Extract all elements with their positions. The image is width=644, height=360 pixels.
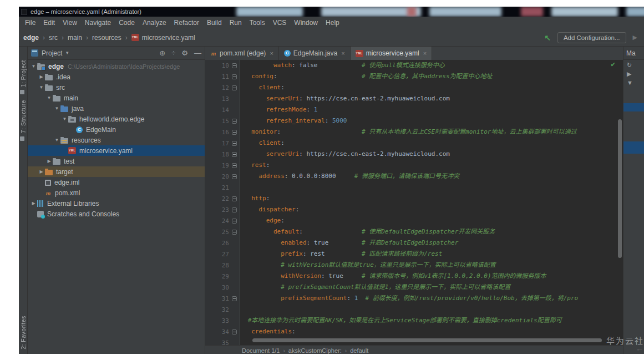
menu-item-window[interactable]: Window [290,17,322,29]
tab-pom.xmledge[interactable]: mpom.xml (edge)× [205,47,279,60]
tree-row[interactable]: ▶.idea [28,72,205,82]
close-icon[interactable]: × [423,50,427,57]
collapse-arrow-icon[interactable]: ▼ [61,116,68,121]
code-line[interactable]: 18 serverUri: https://cse.cn-east-2.myhu… [205,149,623,160]
fold-marker[interactable] [232,196,237,201]
fold-marker[interactable] [232,230,237,235]
menu-item-help[interactable]: Help [322,17,343,29]
code-editor[interactable]: 10 watch: false # 使用pull模式连接服务中心11 confi… [205,60,623,345]
breadcrumb-item[interactable]: edge [23,34,39,42]
yaml-breadcrumb-item[interactable]: default [350,347,368,354]
fold-marker[interactable] [232,152,237,157]
fold-marker[interactable] [232,119,237,124]
fold-marker[interactable] [232,207,237,212]
build-hammer-icon[interactable]: ↖ [544,33,551,42]
code-line[interactable]: 16 monitor: # 只有从本地接入云上CSE时需要配置monitor地址… [205,126,623,138]
menu-item-analyze[interactable]: Analyze [139,17,170,29]
code-line[interactable]: 27 prefix: rest # 匹配请求路径前缀为/rest [205,249,623,260]
horizontal-scrollbar[interactable] [252,338,602,342]
fold-marker[interactable] [232,174,237,179]
collapse-all-icon[interactable]: ÷ [171,49,175,57]
code-line[interactable]: 21 [205,182,623,193]
tree-row[interactable]: ▶target [28,166,205,177]
collapse-arrow-icon[interactable]: ▼ [30,64,37,69]
code-line[interactable]: 10 watch: false # 使用pull模式连接服务中心 [205,60,623,71]
fold-marker[interactable] [232,74,237,79]
tree-row[interactable]: YMLmicroservice.yaml [28,145,205,156]
fold-marker[interactable] [232,130,237,135]
tab-microservice.yaml[interactable]: YMLmicroservice.yaml× [351,47,432,60]
run-icon[interactable]: ▶ [623,69,644,78]
code-line[interactable]: 33 #本地连接华为云时需要配置AK/SK，如果是在云上ServiceStage… [205,315,623,326]
refresh-icon[interactable]: ↻ [623,60,644,69]
code-line[interactable]: 28 # withVersion默认值就是true，这里只是展示一下，实际上可以… [205,260,623,271]
locate-icon[interactable]: ⊕ [159,49,165,57]
code-line[interactable]: 32 [205,304,623,315]
code-line[interactable]: 31 prefixSegmentCount: 1 # 前缀长度，例如/rest/… [205,293,623,304]
expand-arrow-icon[interactable]: ▶ [38,169,45,174]
code-line[interactable]: 34 credentials: [205,326,623,337]
run-icon[interactable]: ▶ [633,34,637,41]
expand-arrow-icon[interactable]: ▶ [30,201,37,206]
menu-item-view[interactable]: View [59,17,81,29]
code-line[interactable]: 22 http: [205,193,623,204]
breadcrumb-item[interactable]: YMLmicroservice.yaml [131,34,195,42]
code-line[interactable]: 12 client: [205,82,623,93]
tree-row[interactable]: ▶External Libraries [28,198,205,209]
add-configuration-button[interactable]: Add Configuration... [557,32,626,43]
maven-selected-item[interactable] [623,103,644,111]
menu-item-edit[interactable]: Edit [39,17,59,29]
close-icon[interactable]: × [270,50,273,57]
menu-item-tools[interactable]: Tools [246,17,269,29]
tree-row[interactable]: ▼java [28,103,205,114]
yaml-breadcrumb-item[interactable]: Document 1/1 [242,347,280,354]
tool-button-favorites[interactable]: 2: Favorites [20,316,27,349]
code-line[interactable]: 17 client: [205,138,623,149]
tree-row[interactable]: edge.iml [28,177,205,187]
tree-row[interactable]: CEdgeMain [28,124,205,135]
fold-marker[interactable] [232,141,237,146]
tool-button-structure[interactable]: 7: Structure [20,100,27,133]
collapse-arrow-icon[interactable]: ▼ [53,106,60,111]
breadcrumb-item[interactable]: src [49,34,58,42]
menu-item-refactor[interactable]: Refactor [170,17,203,29]
tree-row[interactable]: ▼helloworld.demo.edge [28,114,205,124]
tree-row[interactable]: ▼resources [28,135,205,145]
tree-row[interactable]: ▼main [28,93,205,103]
collapse-arrow-icon[interactable]: ▼ [53,138,60,143]
tree-row[interactable]: mpom.xml [28,187,205,198]
close-icon[interactable]: × [341,50,344,57]
fold-marker[interactable] [232,85,237,90]
tree-row[interactable]: ▼src [28,82,205,93]
expand-arrow-icon[interactable]: ▶ [38,74,45,79]
fold-marker[interactable] [232,63,237,68]
chevron-down-icon[interactable]: ▼ [65,50,69,55]
hide-panel-icon[interactable]: — [194,49,201,57]
tab-EdgeMain.java[interactable]: CEdgeMain.java× [279,47,351,60]
fold-marker[interactable] [232,296,237,301]
menu-item-run[interactable]: Run [226,17,246,29]
code-line[interactable]: 14 refreshMode: 1 [205,104,623,115]
menu-item-vcs[interactable]: VCS [269,17,291,29]
menu-item-code[interactable]: Code [115,17,139,29]
collapse-arrow-icon[interactable]: ▼ [45,95,53,100]
menu-item-file[interactable]: File [21,17,39,29]
fold-marker[interactable] [232,329,237,334]
fold-marker[interactable] [232,219,237,224]
code-line[interactable]: 19 rest: [205,160,623,171]
chevron-down-icon[interactable]: ▼ [623,78,644,86]
code-line[interactable]: 20 address: 0.0.0.0:8000 # 微服务端口，请确保该端口号… [205,171,623,182]
menu-item-build[interactable]: Build [203,17,226,29]
fold-marker[interactable] [232,163,237,168]
maven-selected-item[interactable] [623,141,644,154]
breadcrumb-item[interactable]: main [68,34,82,42]
vertical-scrollbar[interactable] [618,119,622,258]
tree-row[interactable]: Scratches and Consoles [28,209,205,219]
yaml-breadcrumb-item[interactable]: akskCustomCipher: [288,347,342,354]
breadcrumb-item[interactable]: resources [92,34,121,42]
code-line[interactable]: 15 refresh_interval: 5000 [205,115,623,126]
tree-row[interactable]: ▼edgeC:\Users\Administrator\IdeaProjects… [28,61,205,72]
code-line[interactable]: 29 withVersion: true # 请求带版本号，例如v1表示[1.0… [205,271,623,282]
tree-row[interactable]: ▶test [28,156,205,166]
collapse-arrow-icon[interactable]: ▼ [38,85,45,90]
